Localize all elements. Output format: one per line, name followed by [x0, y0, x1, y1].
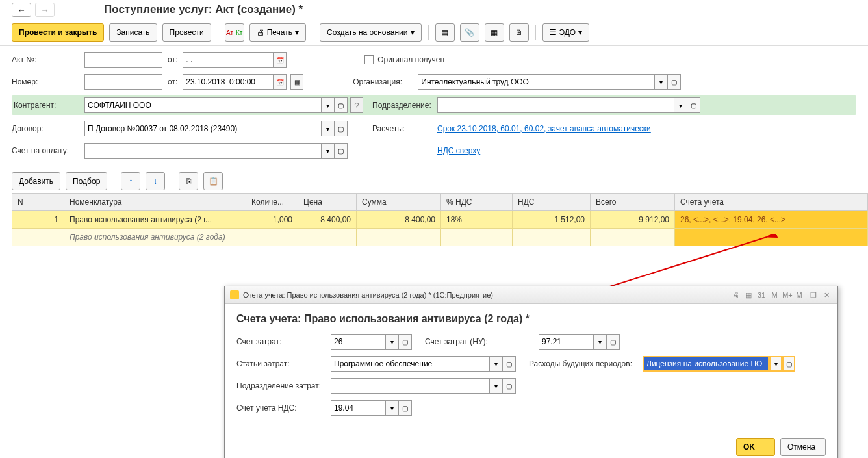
invoice-open[interactable]: ▢: [335, 143, 348, 159]
org-label: Организация:: [353, 77, 418, 86]
counterparty-label: Контрагент:: [14, 101, 84, 110]
number-label: Номер:: [12, 77, 84, 86]
paste-button[interactable]: 📋: [203, 172, 223, 190]
calendar-button-1[interactable]: 📅: [274, 52, 287, 68]
report-button[interactable]: 🗎: [509, 23, 529, 42]
edo-button[interactable]: ☰ ЭДО ▾: [542, 23, 590, 42]
subdivision-dropdown[interactable]: ▾: [674, 97, 687, 113]
topbar: ← → Поступление услуг: Акт (создание) *: [0, 0, 868, 19]
form-area: Акт №: от: 📅 Оригинал получен Номер: от:…: [0, 46, 868, 170]
counterparty-open[interactable]: ▢: [335, 97, 348, 113]
grid-toolbar: Добавить Подбор ↑ ↓ ⎘ 📋: [0, 170, 868, 193]
move-down-button[interactable]: ↓: [146, 172, 165, 190]
act-date-input[interactable]: [183, 52, 274, 68]
from-label-2: от:: [168, 77, 177, 86]
main-toolbar: Провести и закрыть Записать Провести АтК…: [0, 19, 868, 46]
subdivision-label: Подразделение:: [372, 101, 437, 110]
submit-close-button[interactable]: Провести и закрыть: [12, 23, 104, 42]
cell-nomenclature-sub[interactable]: Право использования антивируса (2 года): [64, 229, 246, 246]
from-label-1: от:: [168, 55, 177, 64]
org-open[interactable]: ▢: [668, 74, 681, 90]
col-nomenclature[interactable]: Номенклатура: [64, 194, 246, 211]
invoice-input[interactable]: [84, 143, 322, 159]
cell-price[interactable]: 8 400,00: [298, 211, 357, 229]
calc-link[interactable]: Срок 23.10.2018, 60.01, 60.02, зачет ава…: [437, 124, 651, 133]
dt-kt-button[interactable]: АтКт: [225, 23, 244, 42]
col-total[interactable]: Всего: [591, 194, 675, 211]
col-n[interactable]: N: [12, 194, 64, 211]
org-dropdown[interactable]: ▾: [655, 74, 668, 90]
copy-button[interactable]: ⎘: [179, 172, 198, 190]
printer-icon: 🖨: [257, 28, 264, 37]
paperclip-icon: 📎: [465, 28, 474, 37]
add-row-button[interactable]: Добавить: [12, 172, 60, 190]
subdivision-open[interactable]: ▢: [687, 97, 700, 113]
cell-qty[interactable]: 1,000: [246, 211, 298, 229]
cell-n[interactable]: 1: [12, 211, 64, 229]
list-button[interactable]: ▦: [485, 23, 504, 42]
contract-label: Договор:: [12, 124, 84, 133]
cell-nomenclature[interactable]: Право использования антивируса (2 г...: [64, 211, 246, 229]
back-button[interactable]: ←: [12, 3, 31, 17]
cell-sum[interactable]: 8 400,00: [357, 211, 441, 229]
counterparty-dropdown[interactable]: ▾: [322, 97, 335, 113]
col-price[interactable]: Цена: [298, 194, 357, 211]
calendar-button-2[interactable]: 📅: [274, 74, 287, 90]
save-button[interactable]: Записать: [109, 23, 157, 42]
print-button[interactable]: 🖨 Печать ▾: [249, 23, 306, 42]
contract-open[interactable]: ▢: [335, 121, 348, 136]
vat-link[interactable]: НДС сверху: [437, 146, 480, 155]
invoice-dropdown[interactable]: ▾: [322, 143, 335, 159]
move-up-button[interactable]: ↑: [121, 172, 140, 190]
table-row-sub[interactable]: Право использования антивируса (2 года): [12, 229, 868, 246]
table-row[interactable]: 1 Право использования антивируса (2 г...…: [12, 211, 868, 229]
calc-label: Расчеты:: [372, 124, 437, 133]
subdivision-input[interactable]: [437, 97, 674, 113]
org-input[interactable]: [418, 74, 655, 90]
counterparty-input[interactable]: [84, 97, 322, 113]
act-no-input[interactable]: [84, 52, 162, 68]
structure-button[interactable]: ▤: [435, 23, 455, 42]
original-received-checkbox[interactable]: Оригинал получен: [364, 55, 444, 64]
datetime-extra-button[interactable]: ▦: [290, 74, 303, 90]
col-qty[interactable]: Количе...: [246, 194, 298, 211]
pick-button[interactable]: Подбор: [66, 172, 107, 190]
submit-button[interactable]: Провести: [162, 23, 211, 42]
items-table: N Номенклатура Количе... Цена Сумма % НД…: [12, 193, 868, 246]
contract-input[interactable]: [84, 121, 322, 136]
col-vat[interactable]: НДС: [513, 194, 591, 211]
page-title: Поступление услуг: Акт (создание) *: [104, 3, 303, 16]
cell-accounts[interactable]: 26, <...>, <...>, 19.04, 26, <...>: [675, 211, 868, 229]
invoice-label: Счет на оплату:: [12, 146, 84, 155]
number-input[interactable]: [84, 74, 162, 90]
forward-button[interactable]: →: [35, 3, 55, 17]
col-sum[interactable]: Сумма: [357, 194, 441, 211]
col-accounts[interactable]: Счета учета: [675, 194, 868, 211]
create-based-button[interactable]: Создать на основании ▾: [320, 23, 422, 42]
table-header-row: N Номенклатура Количе... Цена Сумма % НД…: [12, 194, 868, 211]
act-no-label: Акт №:: [12, 55, 84, 64]
contract-dropdown[interactable]: ▾: [322, 121, 335, 136]
counterparty-help[interactable]: ?: [350, 97, 363, 113]
attach-button[interactable]: 📎: [460, 23, 479, 42]
col-vat-pct[interactable]: % НДС: [441, 194, 513, 211]
cell-total[interactable]: 9 912,00: [591, 211, 675, 229]
cell-vat-pct[interactable]: 18%: [441, 211, 513, 229]
datetime-input[interactable]: [183, 74, 274, 90]
cell-vat[interactable]: 1 512,00: [513, 211, 591, 229]
